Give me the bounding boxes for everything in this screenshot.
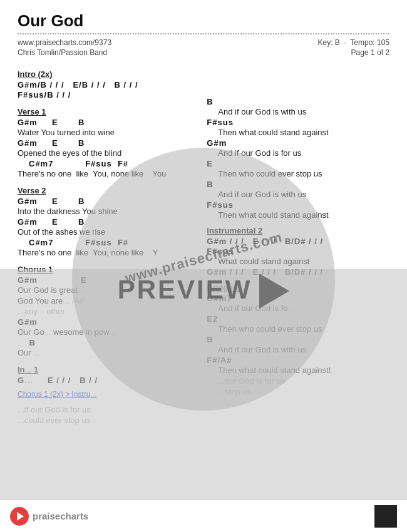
c1-lyric-4: Our Go... wesome in pow...	[18, 327, 194, 337]
verse2-label: Verse 2	[18, 186, 194, 195]
play-triangle-icon	[17, 512, 24, 521]
rc-chord-e1: E	[207, 159, 389, 168]
pb-lyric-2: ...could ever stop us	[18, 416, 194, 425]
bridge2-label: Bridge 2	[207, 283, 389, 292]
bridge2-lyric-3: And if our God is with us	[207, 345, 389, 354]
c1-lyric-1: Our God is great...	[18, 285, 194, 295]
divider	[18, 33, 389, 34]
v2-lyric-2: Out of the ashes we rise	[18, 227, 194, 237]
artist: Chris Tomlin/Passion Band	[18, 48, 107, 57]
bridge2-chord-4: F#/A#	[207, 356, 389, 365]
v2-lyric-3: There's no one like You, none like Y	[18, 248, 194, 257]
c1-chord-3: B	[18, 338, 194, 347]
page-info: Page 1 of 2	[351, 48, 389, 57]
inst2-chord-3: G#m / / / E / / / B/D# / / /	[207, 267, 389, 277]
chorus1-label: Chorus 1	[18, 265, 194, 274]
c1-lyric-2: God You are... /A#	[18, 296, 194, 305]
bridge2-lyric-1: And if our God is fo...	[207, 304, 389, 313]
rc-lyric-5: And if our God is with us	[207, 190, 389, 199]
v2-chord-3: C#m7 F#sus F#	[18, 238, 194, 247]
inst1-chord: G... E / / / B / /	[18, 376, 194, 385]
bridge2-chord-1: G#m7	[207, 294, 389, 303]
v2-chord-1: G#m E B	[18, 197, 194, 206]
footer-brand-text: praisecharts	[33, 511, 88, 521]
v1-lyric-2: Opened the eyes of the blind	[18, 148, 194, 158]
footer-logo: praisecharts	[10, 507, 88, 526]
inst2-lyric: What could stand against	[207, 257, 389, 266]
song-url: www.praisecharts.com/9373	[18, 38, 111, 47]
v2-lyric-1: Into the darkness You shine	[18, 207, 194, 216]
intro-label: Intro (2x)	[18, 69, 194, 79]
footer: praisecharts	[0, 499, 407, 532]
pb-lyric-1: ...if our God is for us	[18, 405, 194, 414]
inst1-label: In... 1	[18, 365, 194, 374]
right-column: B And if our God is with us F#sus Then w…	[200, 62, 389, 426]
rc-chord-gm1: G#m	[207, 138, 389, 148]
c1-chord-1: G#m E	[18, 275, 194, 285]
key-tempo: Key: B · Tempo: 105	[317, 38, 389, 47]
bridge2-lyric-4: Then what could stand against!	[207, 366, 389, 375]
inst2-label: Instrumental 2	[207, 226, 389, 235]
v1-lyric-1: Water You turned into wine	[18, 128, 194, 137]
verse1-label: Verse 1	[18, 107, 194, 116]
left-column: Intro (2x) G#m/B / / / E/B / / / B / / /…	[18, 62, 200, 426]
intro-chord-2: F#sus/B / / /	[18, 90, 194, 100]
bridge2-lyric-6: ...stop us	[207, 387, 389, 396]
rc-chord-fsus1: F#sus	[207, 118, 389, 127]
bridge2-lyric-5: ...our God is for us	[207, 376, 389, 386]
rc-lyric-3: And if our God is for us	[207, 148, 389, 158]
v1-lyric-3: There's no one like You, none like You	[18, 169, 194, 178]
inst2-chord-2: F#sus	[207, 247, 389, 256]
inst2-chord-1: G#m / / / E / / / B/D# / / /	[207, 237, 389, 246]
rc-chord-fsus2: F#sus	[207, 200, 389, 210]
v1-chord-1: G#m E B	[18, 118, 194, 127]
partial-bridge-section: ...if our God is for us ...could ever st…	[18, 405, 194, 425]
v1-chord-3: C#m7 F#sus F#	[18, 159, 194, 168]
intro-chord-1: G#m/B / / / E/B / / / B / / /	[18, 80, 194, 90]
play-icon	[10, 507, 29, 526]
rc-chord-b1: B	[207, 97, 389, 106]
rc-lyric-1: And if our God is with us	[207, 107, 389, 116]
c1-lyric-5: Our ...	[18, 348, 194, 357]
bridge2-chord-2: E2	[207, 314, 389, 324]
rc-lyric-2: Then what could stand against	[207, 128, 389, 137]
rc-lyric-6: Then what could stand against	[207, 210, 389, 220]
song-title: Our God	[18, 11, 389, 31]
c1-lyric-3: ...any other	[18, 307, 194, 316]
bridge2-lyric-2: Then who could ever stop us	[207, 324, 389, 334]
bridge2-chord-3: B	[207, 335, 389, 344]
rc-lyric-4: Then who could ever stop us	[207, 169, 389, 178]
v2-chord-2: G#m E B	[18, 217, 194, 227]
qr-code	[374, 505, 397, 528]
v1-chord-2: G#m E B	[18, 138, 194, 148]
c1-chord-2: G#m	[18, 317, 194, 327]
nav-hint[interactable]: Chorus 1 (2x) > Instru...	[18, 390, 194, 399]
rc-chord-b2: B	[207, 180, 389, 189]
